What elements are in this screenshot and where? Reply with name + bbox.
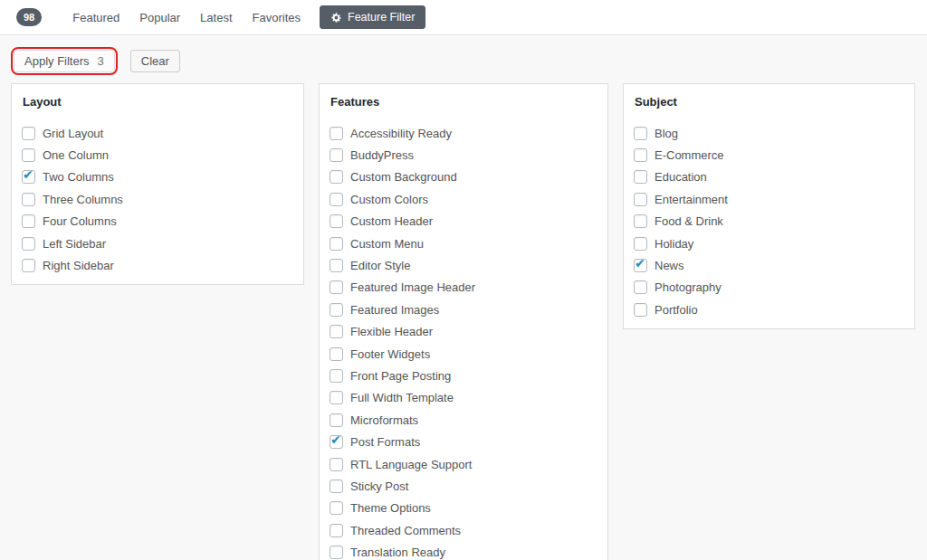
- checkbox-checked[interactable]: ✔: [22, 170, 35, 184]
- tab-featured[interactable]: Featured: [62, 11, 129, 24]
- checkbox-unchecked[interactable]: [330, 259, 343, 272]
- filter-option-label: Right Sidebar: [43, 259, 114, 272]
- checkbox-unchecked[interactable]: [330, 237, 343, 251]
- filter-option[interactable]: Food & Drink: [634, 211, 904, 233]
- clear-filters-button[interactable]: Clear: [130, 50, 180, 72]
- filter-option-label: Custom Menu: [350, 237, 424, 251]
- checkbox-unchecked[interactable]: [634, 214, 647, 228]
- filter-option-label: Translation Ready: [350, 546, 445, 559]
- checkbox-unchecked[interactable]: [330, 458, 343, 471]
- filter-option[interactable]: Featured Image Header: [330, 277, 597, 299]
- checkbox-unchecked[interactable]: [22, 259, 35, 272]
- filter-option[interactable]: Custom Header: [330, 211, 597, 233]
- filter-option-label: Portfolio: [655, 303, 698, 317]
- filter-option[interactable]: ✔Two Columns: [22, 166, 293, 188]
- checkbox-unchecked[interactable]: [330, 303, 343, 317]
- filter-option-label: Featured Images: [350, 303, 439, 317]
- checkbox-unchecked[interactable]: [330, 325, 343, 338]
- annotation-highlight-box: Apply Filters 3: [11, 47, 118, 75]
- filter-option-label: Front Page Posting: [350, 369, 451, 383]
- tab-favorites[interactable]: Favorites: [243, 11, 311, 24]
- checkbox-unchecked[interactable]: [634, 193, 647, 206]
- apply-filters-label: Apply Filters: [24, 54, 90, 68]
- checkbox-unchecked[interactable]: [330, 524, 343, 537]
- checkbox-unchecked[interactable]: [634, 148, 647, 162]
- checkbox-unchecked[interactable]: [22, 214, 35, 228]
- filter-option[interactable]: Footer Widgets: [330, 343, 597, 365]
- checkbox-unchecked[interactable]: [330, 391, 343, 404]
- feature-filter-button[interactable]: Feature Filter: [320, 5, 425, 29]
- checkbox-unchecked[interactable]: [330, 413, 343, 427]
- checkbox-unchecked[interactable]: [330, 148, 343, 162]
- checkbox-unchecked[interactable]: [330, 193, 343, 206]
- checkbox-unchecked[interactable]: [634, 127, 647, 140]
- filter-option-label: Left Sidebar: [43, 237, 106, 251]
- filter-option[interactable]: Sticky Post: [330, 475, 597, 497]
- filter-option[interactable]: Accessibility Ready: [330, 122, 597, 144]
- filter-option[interactable]: Entertainment: [634, 188, 904, 210]
- checkbox-unchecked[interactable]: [330, 280, 343, 294]
- checkbox-unchecked[interactable]: [634, 237, 647, 251]
- filter-option[interactable]: Custom Colors: [330, 188, 597, 210]
- filter-option[interactable]: Four Columns: [22, 211, 293, 233]
- filter-panel-features: FeaturesAccessibility ReadyBuddyPressCus…: [319, 83, 608, 560]
- filter-option-label: BuddyPress: [350, 148, 414, 162]
- checkbox-unchecked[interactable]: [634, 280, 647, 294]
- filter-option[interactable]: Featured Images: [330, 299, 597, 320]
- filter-option[interactable]: Full Width Template: [330, 387, 597, 409]
- filter-option[interactable]: Grid Layout: [22, 122, 293, 144]
- filter-option[interactable]: Portfolio: [634, 299, 904, 320]
- filter-option-label: Photography: [655, 280, 722, 294]
- checkbox-unchecked[interactable]: [22, 193, 35, 206]
- apply-filters-button[interactable]: Apply Filters 3: [14, 50, 115, 72]
- checkmark-icon: ✔: [23, 168, 33, 181]
- filter-option[interactable]: Right Sidebar: [22, 254, 293, 276]
- checkbox-checked[interactable]: ✔: [330, 435, 343, 449]
- checkbox-unchecked[interactable]: [22, 148, 35, 162]
- filter-option[interactable]: E-Commerce: [634, 144, 904, 166]
- filter-option[interactable]: Microformats: [330, 409, 597, 431]
- checkbox-unchecked[interactable]: [330, 479, 343, 493]
- filter-option-label: Education: [655, 170, 707, 184]
- filter-option[interactable]: Blog: [634, 122, 904, 144]
- filter-option[interactable]: ✔Post Formats: [330, 431, 597, 452]
- checkbox-unchecked[interactable]: [22, 237, 35, 251]
- checkmark-icon: ✔: [635, 257, 645, 270]
- filter-option[interactable]: ✔News: [634, 254, 904, 276]
- filter-option[interactable]: Education: [634, 166, 904, 188]
- checkbox-unchecked[interactable]: [330, 170, 343, 184]
- filter-option[interactable]: Translation Ready: [330, 541, 597, 560]
- checkbox-unchecked[interactable]: [330, 501, 343, 515]
- filter-option-label: Footer Widgets: [350, 347, 430, 361]
- filter-option[interactable]: Theme Options: [330, 498, 597, 519]
- filter-option[interactable]: Holiday: [634, 233, 904, 254]
- checkbox-unchecked[interactable]: [634, 170, 647, 184]
- filter-option[interactable]: Flexible Header: [330, 321, 597, 343]
- checkbox-unchecked[interactable]: [634, 303, 647, 317]
- filter-option[interactable]: Front Page Posting: [330, 365, 597, 386]
- filter-panel-layout: LayoutGrid LayoutOne Column✔Two ColumnsT…: [11, 83, 304, 285]
- tab-popular[interactable]: Popular: [129, 11, 190, 24]
- checkbox-unchecked[interactable]: [22, 127, 35, 140]
- checkbox-unchecked[interactable]: [330, 214, 343, 228]
- filter-option[interactable]: One Column: [22, 144, 293, 166]
- checkbox-unchecked[interactable]: [330, 347, 343, 361]
- filter-panel-subject: SubjectBlogE-CommerceEducationEntertainm…: [623, 83, 915, 329]
- filter-option[interactable]: Custom Menu: [330, 233, 597, 254]
- filter-option[interactable]: Photography: [634, 277, 904, 299]
- checkbox-unchecked[interactable]: [330, 127, 343, 140]
- filter-option[interactable]: BuddyPress: [330, 144, 597, 166]
- filter-option[interactable]: RTL Language Support: [330, 453, 597, 475]
- filter-option[interactable]: Three Columns: [22, 188, 293, 210]
- filter-option[interactable]: Custom Background: [330, 166, 597, 188]
- feature-filter-label: Feature Filter: [348, 11, 415, 24]
- filter-option[interactable]: Left Sidebar: [22, 233, 293, 254]
- filter-option[interactable]: Editor Style: [330, 254, 597, 276]
- feature-filter-page: { "topbar": { "count": "98", "links": [ …: [0, 0, 927, 560]
- checkbox-checked[interactable]: ✔: [634, 259, 647, 272]
- tab-latest[interactable]: Latest: [190, 11, 242, 24]
- filter-option-label: Four Columns: [43, 214, 117, 228]
- checkbox-unchecked[interactable]: [330, 369, 343, 383]
- filter-option[interactable]: Threaded Comments: [330, 519, 597, 541]
- checkbox-unchecked[interactable]: [330, 546, 343, 559]
